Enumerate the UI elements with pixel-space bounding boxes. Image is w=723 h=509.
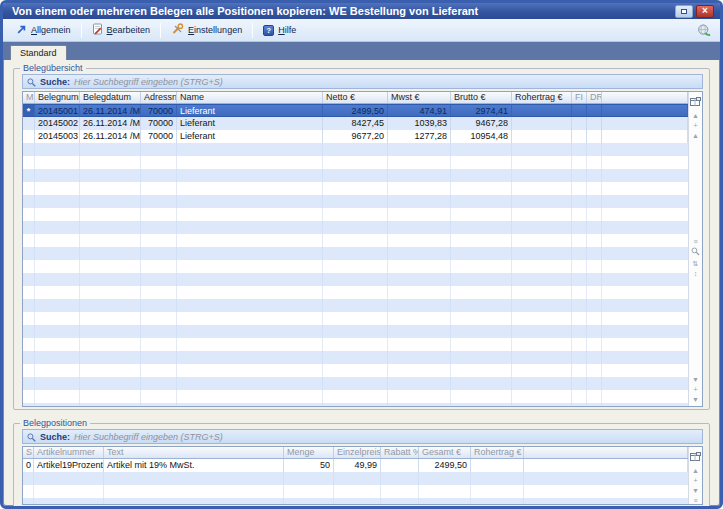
column-header[interactable]: Einzelpreis € bbox=[334, 447, 381, 458]
cell bbox=[471, 459, 524, 472]
table-row[interactable]: *2014500126.11.2014 /Mi70000Lieferant249… bbox=[23, 104, 688, 117]
cell bbox=[512, 104, 572, 117]
column-gridline bbox=[140, 104, 141, 406]
search-label: Suche: bbox=[40, 432, 70, 442]
search-input[interactable]: Suche: Hier Suchbegriff eingeben (STRG+S… bbox=[22, 429, 703, 444]
toolbar-separator bbox=[81, 23, 82, 38]
column-gridline bbox=[79, 104, 80, 406]
cell bbox=[602, 130, 688, 143]
cell bbox=[23, 130, 35, 143]
tab-standard[interactable]: Standard bbox=[10, 45, 67, 60]
toolbar-button-einstellungen[interactable]: Einstellungen bbox=[164, 21, 249, 40]
sort-icon[interactable]: ⇅ bbox=[690, 259, 702, 269]
nav-icon[interactable]: ≡ bbox=[690, 496, 702, 506]
toolbar-separator bbox=[252, 23, 253, 38]
add-row-icon[interactable]: + bbox=[690, 121, 702, 131]
tab-label: Standard bbox=[20, 48, 57, 58]
restore-window-icon[interactable] bbox=[675, 5, 693, 18]
beleg-table: MBelegnummerBelegdatumAdressnummNameNett… bbox=[22, 91, 703, 407]
go-first-icon[interactable]: ▲ bbox=[690, 466, 702, 476]
column-header[interactable]: Menge bbox=[284, 447, 334, 458]
cell: 20145003 bbox=[35, 130, 80, 143]
help-icon: ? bbox=[263, 25, 274, 36]
column-header[interactable]: Text bbox=[104, 447, 284, 458]
group-legend: Belegübersicht bbox=[20, 63, 86, 73]
positionen-table: SArtikelnummerTextMengeEinzelpreis €Raba… bbox=[22, 446, 703, 505]
search-placeholder: Hier Suchbegriff eingeben (STRG+S) bbox=[74, 77, 223, 87]
toolbar-button-allgemein[interactable]: Allgemein bbox=[9, 21, 78, 40]
column-gridline bbox=[586, 104, 587, 406]
column-header[interactable]: Belegnummer bbox=[35, 92, 80, 103]
column-chooser-icon[interactable] bbox=[690, 448, 701, 466]
search-icon bbox=[27, 73, 36, 91]
column-gridline bbox=[34, 104, 35, 406]
cell: 70000 bbox=[141, 104, 177, 117]
go-next-icon[interactable]: ▼ bbox=[690, 375, 702, 385]
search-input[interactable]: Suche: Hier Suchbegriff eingeben (STRG+S… bbox=[22, 74, 703, 89]
cell: Lieferant bbox=[177, 104, 323, 117]
column-header[interactable]: Rohertrag € bbox=[512, 92, 572, 103]
arrow-up-right-icon bbox=[16, 24, 27, 37]
column-header[interactable]: Belegdatum bbox=[80, 92, 141, 103]
window-controls: × bbox=[675, 5, 714, 18]
table-row[interactable]: 0Artikel19ProzentArtikel mit 19% MwSt.50… bbox=[23, 459, 688, 472]
cell: Artikel mit 19% MwSt. bbox=[104, 459, 284, 472]
column-header[interactable]: DR bbox=[587, 92, 602, 103]
column-gridline bbox=[601, 104, 602, 406]
toolbar-button-bearbeiten[interactable]: Bearbeiten bbox=[85, 21, 158, 40]
search-placeholder: Hier Suchbegriff eingeben (STRG+S) bbox=[74, 432, 223, 442]
group-legend: Belegpositionen bbox=[20, 418, 90, 428]
cell: 474,91 bbox=[388, 104, 451, 117]
toolbar-button-label: Allgemein bbox=[31, 25, 71, 35]
globe-sync-icon[interactable] bbox=[697, 23, 711, 41]
column-header[interactable]: Netto € bbox=[323, 92, 388, 103]
titlebar[interactable]: Von einem oder mehreren Belegen alle Pos… bbox=[3, 3, 720, 19]
search-icon[interactable] bbox=[690, 247, 702, 259]
go-previous-icon[interactable]: ▲ bbox=[690, 131, 702, 141]
toolbar-button-hilfe[interactable]: ?Hilfe bbox=[256, 21, 303, 40]
column-chooser-icon[interactable] bbox=[690, 93, 701, 111]
go-first-icon[interactable]: ▲ bbox=[690, 111, 702, 121]
column-header[interactable]: Brutto € bbox=[451, 92, 512, 103]
cell: 2974,41 bbox=[451, 104, 512, 117]
add-row-icon[interactable]: + bbox=[690, 476, 702, 486]
cell: 20145002 bbox=[35, 117, 80, 130]
menu-icon[interactable]: ≡ bbox=[690, 237, 702, 247]
cell bbox=[587, 130, 602, 143]
add-row-icon[interactable]: + bbox=[690, 385, 702, 395]
column-gridline bbox=[511, 104, 512, 406]
toolbar-button-label: Hilfe bbox=[278, 25, 296, 35]
column-header[interactable]: Mwst € bbox=[388, 92, 451, 103]
column-header[interactable] bbox=[524, 447, 688, 458]
column-header[interactable] bbox=[602, 92, 688, 103]
column-header[interactable]: S bbox=[23, 447, 34, 458]
cell: Artikel19Prozent bbox=[34, 459, 104, 472]
table-body: *2014500126.11.2014 /Mi70000Lieferant249… bbox=[23, 104, 688, 406]
go-previous-icon[interactable]: ▼ bbox=[690, 486, 702, 496]
table-row[interactable]: 2014500326.11.2014 /Mi70000Lieferant9677… bbox=[23, 130, 688, 143]
column-header[interactable]: Name bbox=[177, 92, 323, 103]
go-last-icon[interactable]: ▼ bbox=[690, 395, 702, 405]
column-header[interactable]: Rabatt % bbox=[381, 447, 419, 458]
column-header[interactable]: Rohertrag € bbox=[471, 447, 524, 458]
table-body: 0Artikel19ProzentArtikel mit 19% MwSt.50… bbox=[23, 459, 688, 504]
search-label: Suche: bbox=[40, 77, 70, 87]
column-header[interactable]: FI bbox=[572, 92, 587, 103]
cell: 8427,45 bbox=[323, 117, 388, 130]
table-row[interactable]: 2014500226.11.2014 /Mi70000Lieferant8427… bbox=[23, 117, 688, 130]
cell bbox=[572, 117, 587, 130]
column-header[interactable]: Adressnumm bbox=[141, 92, 177, 103]
column-header[interactable]: Artikelnummer bbox=[34, 447, 104, 458]
search-icon bbox=[27, 428, 36, 446]
cell: Lieferant bbox=[177, 130, 323, 143]
cell: 1277,28 bbox=[388, 130, 451, 143]
cell: 2499,50 bbox=[419, 459, 471, 472]
column-header[interactable]: Gesamt € bbox=[419, 447, 471, 458]
cell bbox=[572, 104, 587, 117]
notepad-edit-icon bbox=[92, 23, 103, 37]
resize-icon[interactable]: ↕ bbox=[690, 269, 702, 279]
cell: 26.11.2014 /Mi bbox=[80, 117, 141, 130]
close-icon[interactable]: × bbox=[696, 5, 714, 18]
column-header[interactable]: M bbox=[23, 92, 35, 103]
cell bbox=[602, 117, 688, 130]
